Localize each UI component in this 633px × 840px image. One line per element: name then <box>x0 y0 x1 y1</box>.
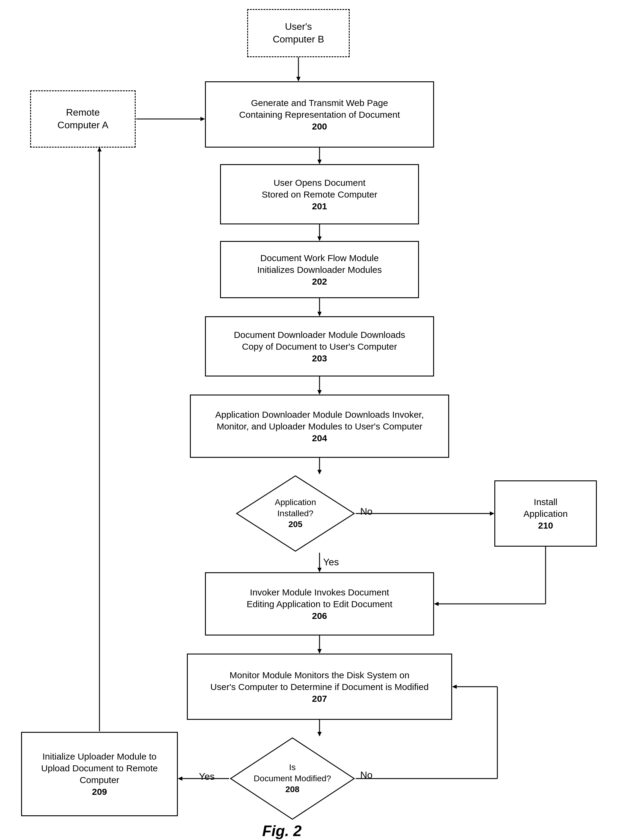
remote-computer-a-box: Remote Computer A <box>30 90 136 148</box>
step202-label: Document Work Flow ModuleInitializes Dow… <box>257 252 382 287</box>
svg-marker-3 <box>317 159 321 164</box>
svg-marker-20 <box>317 649 321 654</box>
step206-label: Invoker Module Invokes DocumentEditing A… <box>247 586 392 622</box>
fig-caption: Fig. 2 <box>262 822 302 840</box>
users-computer-box: User's Computer B <box>247 9 350 57</box>
step205-diamond: ApplicationInstalled?205 <box>235 474 356 553</box>
step201-label: User Opens DocumentStored on Remote Comp… <box>262 177 377 212</box>
svg-marker-32 <box>97 147 101 152</box>
svg-marker-11 <box>317 470 321 474</box>
svg-marker-13 <box>317 568 321 572</box>
svg-marker-22 <box>317 732 321 736</box>
step208-diamond: IsDocument Modified?208 <box>229 736 356 821</box>
step204-box: Application Downloader Module Downloads … <box>190 395 449 458</box>
svg-marker-30 <box>201 117 205 121</box>
step200-box: Generate and Transmit Web PageContaining… <box>205 81 434 148</box>
step206-box: Invoker Module Invokes DocumentEditing A… <box>205 572 434 635</box>
svg-marker-15 <box>490 512 494 516</box>
users-computer-label: User's Computer B <box>273 21 324 46</box>
svg-marker-1 <box>296 77 301 81</box>
svg-marker-5 <box>317 237 321 241</box>
step209-label: Initialize Uploader Module toUpload Docu… <box>41 750 158 797</box>
step202-box: Document Work Flow ModuleInitializes Dow… <box>220 241 419 298</box>
step200-label: Generate and Transmit Web PageContaining… <box>239 97 400 132</box>
no-208-label: No <box>360 769 373 781</box>
svg-marker-28 <box>452 685 457 689</box>
no-205-label: No <box>360 506 373 517</box>
step203-box: Document Downloader Module DownloadsCopy… <box>205 316 434 376</box>
yes-205-label: Yes <box>323 557 339 568</box>
svg-marker-7 <box>317 312 321 316</box>
step209-box: Initialize Uploader Module toUpload Docu… <box>21 732 178 816</box>
yes-208-label: Yes <box>199 771 215 782</box>
svg-marker-18 <box>434 602 438 606</box>
step210-label: InstallApplication210 <box>524 496 568 531</box>
svg-marker-24 <box>178 777 182 781</box>
remote-computer-a-label: Remote Computer A <box>58 106 109 131</box>
step208-label: IsDocument Modified?208 <box>254 762 331 795</box>
diagram-container: User's Computer B Remote Computer A Gene… <box>0 0 633 840</box>
step207-box: Monitor Module Monitors the Disk System … <box>187 654 452 720</box>
step201-box: User Opens DocumentStored on Remote Comp… <box>220 164 419 224</box>
step203-label: Document Downloader Module DownloadsCopy… <box>234 329 405 364</box>
step207-label: Monitor Module Monitors the Disk System … <box>210 669 429 704</box>
step205-label: ApplicationInstalled?205 <box>275 497 316 530</box>
step210-box: InstallApplication210 <box>494 480 597 547</box>
svg-marker-9 <box>317 390 321 395</box>
step204-label: Application Downloader Module Downloads … <box>215 409 424 444</box>
